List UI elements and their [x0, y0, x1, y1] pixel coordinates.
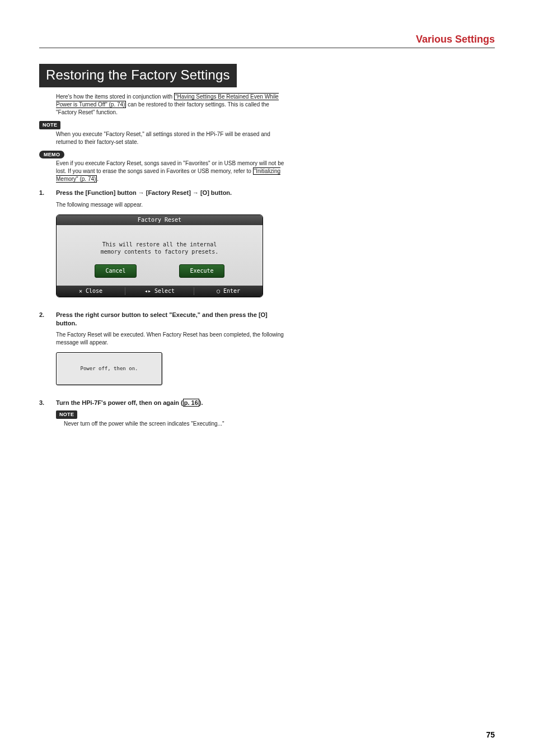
- s1-p1: Press the [Function] button: [56, 189, 138, 196]
- heading-banner: Restoring the Factory Settings: [39, 64, 237, 87]
- note-body: When you execute "Factory Reset," all se…: [56, 130, 285, 146]
- s3-suffix: ).: [199, 399, 203, 406]
- dialog-body: This will restore all the internal memor…: [57, 225, 263, 264]
- step-2-title: Press the right cursor button to select …: [56, 311, 285, 328]
- intro-prefix: Here's how the items stored in conjuncti…: [56, 94, 174, 100]
- dialog-line1: This will restore all the internal: [62, 241, 257, 248]
- note-label: NOTE: [56, 410, 77, 419]
- footer-close: ✕ Close: [57, 287, 125, 295]
- footer-enter: ○ Enter: [194, 287, 263, 295]
- dialog-line2: memory contents to factory presets.: [62, 248, 257, 255]
- step-1-title: Press the [Function] button → [Factory R…: [56, 189, 285, 197]
- dialog-screenshot-1: Factory Reset This will restore all the …: [56, 214, 263, 297]
- s1-p2: [Factory Reset]: [144, 189, 193, 196]
- cancel-button[interactable]: Cancel: [95, 264, 136, 278]
- section-title: Various Settings: [39, 34, 495, 45]
- dialog-screenshot-2: Power off, then on.: [56, 352, 162, 385]
- page-number: 75: [486, 730, 495, 739]
- arrow-right-icon: →: [138, 189, 144, 197]
- step-number: 3.: [39, 399, 56, 432]
- page-link[interactable]: p. 16: [183, 399, 199, 407]
- arrow-right-icon: →: [193, 189, 199, 197]
- step-1-desc: The following message will appear.: [56, 201, 285, 209]
- execute-button[interactable]: Execute: [179, 264, 224, 278]
- note-label: NOTE: [39, 121, 60, 129]
- step-3: 3. Turn the HPi-7F's power off, then on …: [39, 399, 285, 432]
- memo-body: Even if you execute Factory Reset, songs…: [56, 160, 285, 183]
- memo-suffix: .: [97, 176, 99, 182]
- memo-label: MEMO: [39, 151, 64, 159]
- step-number: 1.: [39, 189, 56, 305]
- step-1: 1. Press the [Function] button → [Factor…: [39, 189, 285, 305]
- memo-block: MEMO Even if you execute Factory Reset, …: [56, 151, 285, 184]
- step-3-title: Turn the HPi-7F's power off, then on aga…: [56, 399, 285, 407]
- header-rule: Various Settings: [39, 34, 495, 48]
- s1-p3: [O] button.: [199, 189, 232, 196]
- note-block-2: NOTE Never turn off the power while the …: [56, 410, 285, 428]
- step-2: 2. Press the right cursor button to sele…: [39, 311, 285, 393]
- note-body: Never turn off the power while the scree…: [56, 420, 285, 428]
- s3-prefix: Turn the HPi-7F's power off, then on aga…: [56, 399, 183, 406]
- dialog-footer: ✕ Close ◂▸ Select ○ Enter: [57, 286, 263, 297]
- dialog-titlebar: Factory Reset: [57, 215, 263, 225]
- intro-paragraph: Here's how the items stored in conjuncti…: [56, 93, 285, 116]
- step-2-desc: The Factory Reset will be executed. When…: [56, 331, 285, 347]
- memo-prefix: Even if you execute Factory Reset, songs…: [56, 160, 284, 174]
- step-number: 2.: [39, 311, 56, 393]
- footer-select: ◂▸ Select: [125, 287, 194, 295]
- note-block-1: NOTE When you execute "Factory Reset," a…: [56, 121, 285, 146]
